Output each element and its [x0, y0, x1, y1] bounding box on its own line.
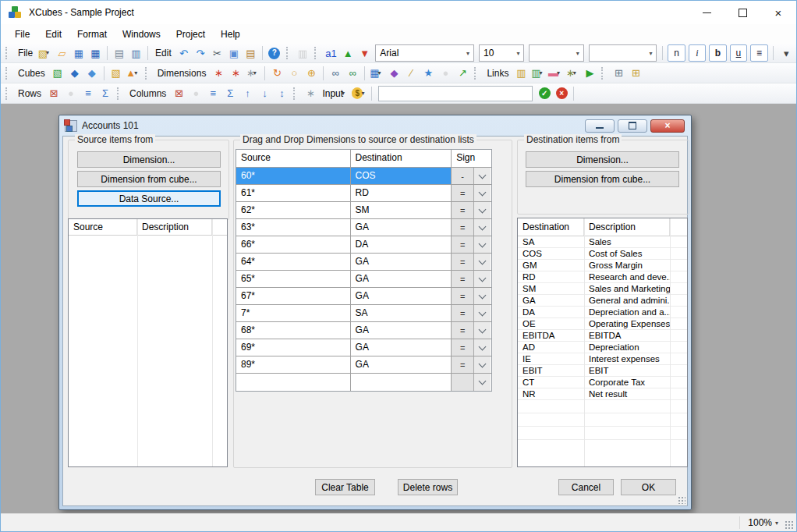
destination-row[interactable]: IEInterest expenses [518, 353, 687, 365]
window-resize-grip[interactable] [785, 520, 794, 530]
mapping-destination-cell[interactable]: GA [351, 339, 452, 356]
sign-value[interactable]: = [452, 305, 474, 321]
mapping-source-cell[interactable]: 63* [236, 219, 351, 236]
mapping-source-cell[interactable]: 65* [236, 271, 351, 287]
sort-ascending-icon[interactable]: ↑ [239, 86, 255, 101]
mapping-source-cell[interactable]: 69* [236, 339, 351, 356]
destination-row[interactable]: SMSales and Marketing [518, 283, 687, 295]
grid-icon[interactable]: ⊞ [611, 66, 626, 81]
format-combo[interactable]: ▾ [589, 44, 657, 62]
close-button[interactable]: × [760, 1, 796, 24]
mapping-destination-cell[interactable]: GA [351, 271, 452, 287]
save-icon[interactable]: ▦ [71, 45, 86, 61]
copy-icon[interactable]: ▣ [226, 45, 241, 61]
mapping-source-cell[interactable]: 89* [236, 356, 351, 373]
normal-style-button[interactable]: n [668, 44, 685, 62]
font-decrease-icon[interactable]: ▼ [357, 45, 372, 61]
sign-value[interactable]: = [452, 356, 474, 373]
sign-dropdown-icon[interactable] [474, 305, 491, 321]
destination-list-header-description[interactable]: Description [584, 218, 670, 236]
toolbar-grip[interactable] [5, 87, 11, 100]
mapping-row[interactable]: 89*GA= [236, 356, 491, 374]
mapping-row[interactable] [236, 374, 491, 391]
destination-row[interactable]: GAGeneral and admini... [518, 295, 687, 307]
mapping-destination-cell[interactable] [351, 374, 452, 391]
link-add-icon[interactable]: ▥▾ [530, 66, 546, 81]
mapping-source-cell[interactable]: 67* [236, 288, 351, 304]
mapping-destination-cell[interactable]: GA [351, 356, 452, 373]
toolbar-grip[interactable] [293, 87, 299, 100]
destination-row[interactable]: RDResearch and deve... [518, 271, 687, 283]
mapping-source-cell[interactable]: 66* [236, 236, 351, 253]
grid-style-icon[interactable]: ⊞ [628, 66, 643, 81]
new-document-icon[interactable]: ▧▾ [37, 45, 52, 61]
dialog-close-button[interactable]: × [650, 119, 685, 133]
mapping-destination-cell[interactable]: RD [351, 185, 452, 201]
toolbar-grip[interactable] [145, 67, 151, 80]
sign-dropdown-icon[interactable] [474, 288, 491, 304]
zoom-icon[interactable]: ○ [286, 66, 302, 81]
input-mode-dropdown[interactable]: Input▾ [320, 88, 350, 99]
dimension-alt-icon[interactable]: ∗ [228, 66, 243, 81]
delete-row-icon[interactable]: ⊠ [46, 86, 62, 101]
toolbar-grip[interactable] [117, 87, 122, 100]
mapping-row[interactable]: 67*GA= [236, 288, 491, 305]
sign-value[interactable]: = [452, 339, 474, 356]
style-combo[interactable]: ▾ [529, 44, 583, 62]
minimize-button[interactable] [689, 1, 724, 24]
link-export-icon[interactable]: ▶ [582, 66, 597, 81]
paste-icon[interactable]: ▤ [243, 45, 258, 61]
source-data-source-button[interactable]: Data Source... [77, 190, 221, 207]
mapping-source-cell[interactable]: 68* [236, 322, 351, 339]
cube-add-icon[interactable]: ▧ [108, 66, 124, 81]
link-settings-icon[interactable]: ∗▾ [565, 66, 580, 81]
link-erase-icon[interactable]: ▬▾ [547, 66, 563, 81]
destination-dimension-button[interactable]: Dimension... [526, 151, 679, 168]
toolbar-grip[interactable] [5, 67, 11, 80]
menu-windows[interactable]: Windows [115, 26, 168, 43]
destination-row[interactable]: GMGross Margin [518, 260, 687, 271]
sign-dropdown-icon[interactable] [474, 339, 491, 356]
find-next-icon[interactable]: ∞ [345, 66, 360, 81]
mapping-row[interactable]: 68*GA= [236, 322, 491, 339]
toolbar-grip[interactable] [5, 47, 11, 59]
open-icon[interactable]: ▱ [55, 45, 69, 61]
mapping-source-cell[interactable]: 7* [236, 305, 351, 321]
mapping-source-cell[interactable]: 60* [236, 168, 351, 184]
chart-icon[interactable]: ↗ [455, 66, 470, 81]
menu-project[interactable]: Project [168, 26, 213, 43]
favorite-icon[interactable]: ★ [420, 66, 436, 81]
cube-import-icon[interactable]: ▲▾ [126, 66, 141, 81]
sign-dropdown-icon[interactable] [474, 168, 491, 184]
dialog-resize-grip[interactable] [678, 496, 685, 504]
mapping-destination-cell[interactable]: SM [351, 202, 452, 218]
zoom-dropdown-icon[interactable]: ▾ [775, 520, 785, 527]
sign-dropdown-icon[interactable] [474, 356, 491, 373]
mapping-source-cell[interactable]: 62* [236, 202, 351, 218]
source-dimension-from-cube-button[interactable]: Dimension from cube... [77, 171, 221, 187]
font-increase-icon[interactable]: ▲ [340, 45, 355, 61]
save-all-icon[interactable]: ▦ [88, 45, 103, 61]
bold-button[interactable]: b [709, 44, 726, 62]
menu-help[interactable]: Help [213, 26, 248, 43]
font-style-icon[interactable]: a1 [324, 45, 338, 61]
mapping-row[interactable]: 65*GA= [236, 271, 491, 288]
find-icon[interactable]: ∞ [328, 66, 343, 81]
currency-icon[interactable]: $▾ [352, 86, 367, 101]
maximize-button[interactable] [724, 1, 760, 24]
row-format-icon[interactable]: ≡ [80, 86, 96, 101]
mapping-destination-cell[interactable]: GA [351, 219, 452, 236]
fit-size-icon[interactable]: ↕ [274, 86, 289, 101]
mapping-row[interactable]: 69*GA= [236, 339, 491, 356]
help-icon[interactable]: ? [267, 45, 282, 61]
sign-value[interactable]: = [452, 219, 474, 236]
dimension-options-icon[interactable]: ∗▾ [245, 66, 260, 81]
destination-row[interactable]: EBITDAEBITDA [518, 330, 687, 342]
destination-row[interactable]: EBITEBIT [518, 365, 687, 377]
sign-dropdown-icon[interactable] [474, 271, 491, 287]
mapping-row[interactable]: 61*RD= [236, 185, 491, 202]
dialog-titlebar[interactable]: Accounts 101 × [62, 115, 688, 136]
sign-value[interactable]: = [452, 288, 474, 304]
delete-rows-button[interactable]: Delete rows [398, 479, 458, 495]
sign-value[interactable]: = [452, 271, 474, 287]
